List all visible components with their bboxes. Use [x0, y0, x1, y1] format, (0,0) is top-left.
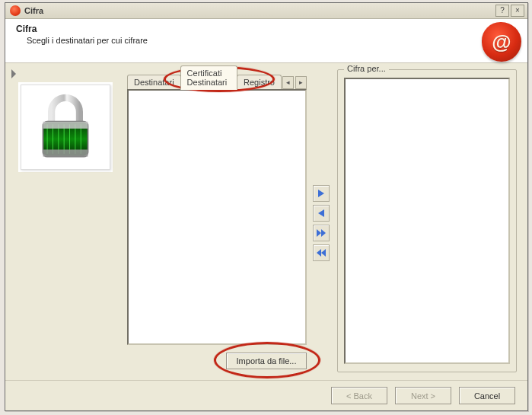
remove-all-button[interactable] [313, 244, 330, 261]
import-from-file-button[interactable]: Importa da file... [226, 353, 307, 369]
window-title: Cifra [24, 6, 495, 15]
tab-certificati-destinatari[interactable]: Certificati Destinatari [180, 65, 237, 90]
svg-marker-13 [321, 229, 326, 237]
tab-scroll-right[interactable]: ▸ [295, 76, 307, 89]
back-button[interactable]: < Back [331, 387, 387, 404]
tab-registro[interactable]: Registro [237, 75, 282, 89]
page-title: Cifra [16, 24, 520, 34]
svg-marker-14 [321, 249, 326, 257]
arrow-left-icon [316, 208, 327, 219]
svg-marker-11 [318, 209, 324, 217]
cifra-per-legend: Cifra per... [344, 64, 389, 73]
body-panel: Destinatari Certificati Destinatari Regi… [5, 63, 527, 380]
arrow-right-icon [316, 188, 327, 199]
titlebar: Cifra ? × [5, 3, 527, 19]
transfer-buttons [313, 185, 330, 261]
add-button[interactable] [313, 185, 330, 202]
svg-rect-8 [43, 122, 88, 129]
remove-button[interactable] [313, 205, 330, 222]
page-subtitle: Scegli i destinatari per cui cifrare [27, 36, 520, 45]
step-indicator-icon [11, 69, 16, 78]
wax-seal-logo: @ [482, 22, 521, 62]
double-arrow-left-icon [316, 247, 327, 258]
help-button[interactable]: ? [495, 5, 509, 17]
source-list[interactable] [127, 89, 307, 345]
svg-marker-10 [318, 190, 324, 197]
cifra-per-group: Cifra per... [337, 69, 517, 372]
add-all-button[interactable] [313, 225, 330, 241]
tab-destinatari[interactable]: Destinatari [127, 75, 181, 89]
double-arrow-right-icon [316, 228, 327, 238]
wizard-footer: < Back Next > Cancel [5, 380, 527, 410]
source-tabset: Destinatari Certificati Destinatari Regi… [127, 72, 307, 345]
cancel-button[interactable]: Cancel [459, 387, 515, 404]
target-list[interactable] [344, 78, 510, 364]
svg-marker-12 [317, 229, 321, 237]
padlock-icon [36, 92, 95, 162]
app-icon [10, 5, 21, 16]
tab-scroll: ◂ ▸ [282, 76, 307, 89]
close-button[interactable]: × [511, 5, 524, 17]
tab-scroll-left[interactable]: ◂ [282, 76, 294, 89]
next-button[interactable]: Next > [395, 387, 451, 404]
svg-rect-9 [43, 149, 88, 156]
tab-row: Destinatari Certificati Destinatari Regi… [127, 72, 307, 89]
titlebar-buttons: ? × [495, 5, 524, 17]
header-panel: Cifra Scegli i destinatari per cui cifra… [5, 19, 527, 63]
svg-marker-15 [317, 249, 321, 257]
dialog-window: Cifra ? × Cifra Scegli i destinatari per… [5, 2, 528, 411]
at-sign-icon: @ [482, 22, 521, 62]
padlock-image [21, 85, 110, 170]
